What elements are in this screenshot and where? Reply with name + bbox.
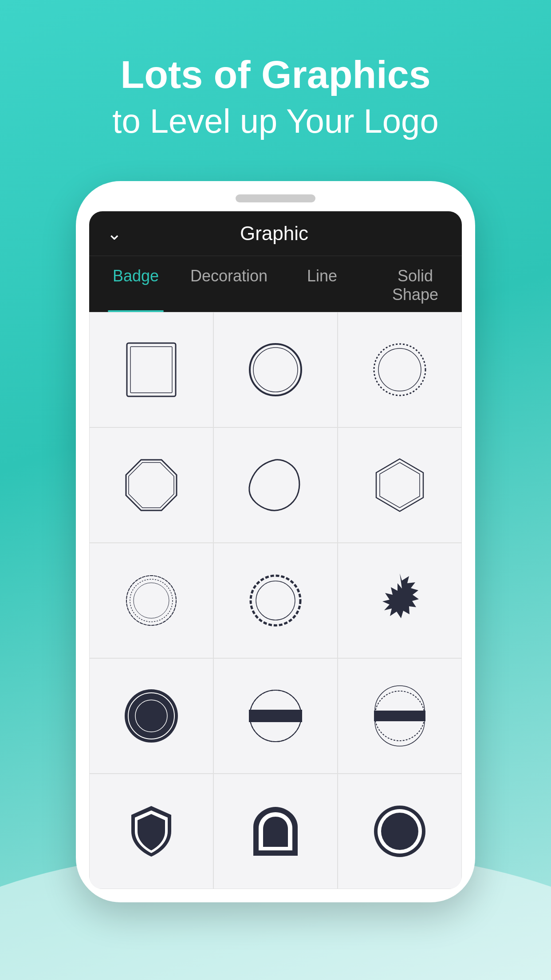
badge-square[interactable] <box>89 312 213 427</box>
svg-marker-9 <box>380 462 420 508</box>
main-title: Lots of Graphics <box>112 53 438 96</box>
svg-point-17 <box>132 696 171 735</box>
svg-rect-0 <box>127 343 176 396</box>
main-subtitle: to Level up Your Logo <box>112 101 438 141</box>
phone-screen: ⌄ Graphic Badge Decoration Line Solid Sh… <box>89 211 462 889</box>
badge-twist-circle[interactable] <box>213 543 338 658</box>
svg-marker-8 <box>376 459 423 511</box>
badge-rope-circle[interactable] <box>89 543 213 658</box>
svg-rect-25 <box>374 711 425 721</box>
svg-rect-1 <box>130 347 172 393</box>
tab-badge[interactable]: Badge <box>89 256 182 312</box>
phone-outer: ⌄ Graphic Badge Decoration Line Solid Sh… <box>76 181 475 902</box>
header-section: Lots of Graphics to Level up Your Logo <box>112 53 438 141</box>
badge-dotted-split[interactable] <box>338 658 462 774</box>
svg-point-2 <box>250 344 301 395</box>
badge-split-circle[interactable] <box>213 658 338 774</box>
svg-point-14 <box>256 581 295 620</box>
phone-notch <box>236 194 315 202</box>
phone-wrapper: ⌄ Graphic Badge Decoration Line Solid Sh… <box>76 181 475 902</box>
svg-point-13 <box>251 576 300 625</box>
badge-grid <box>89 312 462 889</box>
tab-decoration[interactable]: Decoration <box>182 256 276 312</box>
svg-point-12 <box>134 583 169 618</box>
svg-point-11 <box>130 579 173 622</box>
svg-rect-20 <box>249 710 302 722</box>
svg-marker-7 <box>129 462 174 508</box>
svg-point-3 <box>253 348 298 392</box>
badge-dark-circle[interactable] <box>89 658 213 774</box>
back-button[interactable]: ⌄ <box>107 223 122 244</box>
tab-solid-shape[interactable]: Solid Shape <box>369 256 462 312</box>
badge-shield[interactable] <box>89 774 213 889</box>
badge-blob[interactable] <box>213 427 338 543</box>
svg-point-4 <box>374 344 425 395</box>
tabs-bar: Badge Decoration Line Solid Shape <box>89 256 462 312</box>
svg-point-10 <box>126 576 176 625</box>
badge-dotted-circle[interactable] <box>338 312 462 427</box>
svg-marker-6 <box>126 460 177 510</box>
badge-arch[interactable] <box>213 774 338 889</box>
badge-circle[interactable] <box>213 312 338 427</box>
svg-point-5 <box>378 348 421 391</box>
app-header: ⌄ Graphic <box>89 211 462 256</box>
app-title: Graphic <box>131 222 417 245</box>
tab-line[interactable]: Line <box>276 256 369 312</box>
badge-round[interactable] <box>338 774 462 889</box>
badge-octagon[interactable] <box>89 427 213 543</box>
badge-star-notch[interactable] <box>338 543 462 658</box>
badge-hexagon[interactable] <box>338 427 462 543</box>
svg-point-28 <box>381 813 418 850</box>
